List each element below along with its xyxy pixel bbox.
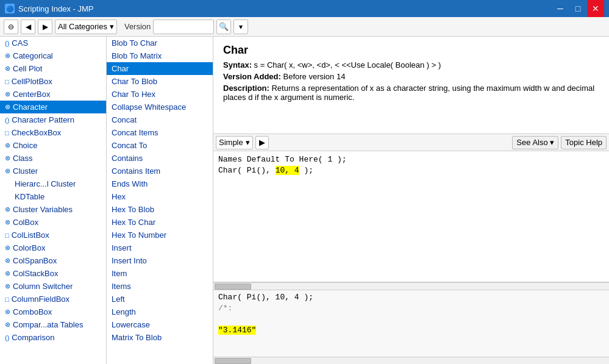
middle-item-concat[interactable]: Concat: [107, 113, 213, 126]
minimize-button[interactable]: ─: [552, 0, 569, 17]
settings-button[interactable]: ▾: [233, 20, 248, 34]
output-hscroll-thumb[interactable]: [215, 358, 251, 364]
next-button[interactable]: ▶: [38, 20, 52, 34]
category-dropdown[interactable]: All Categories ▾: [55, 20, 117, 34]
left-item-kdtable[interactable]: KDTable: [0, 190, 106, 203]
main-content: ()CAS⊗Categorical⊗Cell Plot□CellPlotBox⊗…: [0, 37, 609, 364]
middle-item-items[interactable]: Items: [107, 280, 213, 293]
left-item-icon-character: ⊗: [5, 103, 10, 111]
middle-item-hex-to-char[interactable]: Hex To Char: [107, 216, 213, 229]
middle-item-char[interactable]: Char: [107, 62, 213, 75]
middle-item-hex-to-number[interactable]: Hex To Number: [107, 229, 213, 241]
left-item-colspan-box[interactable]: ⊗ColSpanBox: [0, 254, 106, 267]
left-item-cluster[interactable]: ⊗Cluster: [0, 165, 106, 177]
left-item-comparison[interactable]: ()Comparison: [0, 331, 106, 344]
left-item-label-centerbox: CenterBox: [13, 90, 50, 99]
middle-item-insert-into[interactable]: Insert Into: [107, 254, 213, 267]
mode-label: Simple: [219, 138, 243, 147]
topic-help-button[interactable]: Topic Help: [561, 136, 607, 149]
middle-item-hex-to-blob[interactable]: Hex To Blob: [107, 203, 213, 216]
code-editor-hscroll[interactable]: [213, 282, 609, 290]
left-item-icon-colspan-box: ⊗: [5, 257, 10, 265]
close-button[interactable]: ✕: [587, 0, 604, 17]
left-item-combobox[interactable]: ⊗ComboBox: [0, 305, 106, 318]
version-value: Before version 14: [283, 72, 346, 81]
left-item-centerbox[interactable]: ⊗CenterBox: [0, 88, 106, 101]
output-area[interactable]: Char( Pi(), 10, 4 ); /*: "3.1416": [213, 290, 609, 357]
middle-item-concat-items[interactable]: Concat Items: [107, 126, 213, 139]
left-item-character-pattern[interactable]: ()Character Pattern: [0, 113, 106, 126]
left-item-icon-colstackbox: ⊗: [5, 269, 10, 277]
output-hscroll[interactable]: [213, 357, 609, 364]
left-item-compar-tables[interactable]: ⊗Compar...ata Tables: [0, 318, 106, 331]
left-item-label-comparison: Comparison: [12, 333, 54, 342]
middle-item-left[interactable]: Left: [107, 293, 213, 305]
filter-label: Version: [124, 22, 151, 31]
output-line-3: [218, 315, 604, 326]
left-item-collistbox[interactable]: □ColListBox: [0, 229, 106, 241]
doc-area: Char Syntax: s = Char( x, <w>, <d>, < <<…: [213, 37, 609, 134]
left-item-icon-columnfieldbox: □: [5, 296, 9, 303]
left-item-class[interactable]: ⊗Class: [0, 152, 106, 165]
back-button[interactable]: ⊖: [4, 20, 18, 34]
left-item-colbox[interactable]: ⊗ColBox: [0, 216, 106, 229]
middle-item-concat-to[interactable]: Concat To: [107, 139, 213, 152]
see-also-button[interactable]: See Also ▾: [512, 136, 558, 149]
left-item-choice[interactable]: ⊗Choice: [0, 139, 106, 152]
middle-item-contains[interactable]: Contains: [107, 152, 213, 165]
left-item-label-class: Class: [13, 154, 33, 163]
doc-description: Description: Returns a representation of…: [223, 84, 599, 102]
doc-syntax: Syntax: s = Char( x, <w>, <d>, < <<Use L…: [223, 60, 599, 70]
run-button[interactable]: ▶: [255, 136, 269, 149]
middle-item-insert[interactable]: Insert: [107, 241, 213, 254]
doc-version: Version Added: Before version 14: [223, 72, 599, 81]
middle-item-blob-to-matrix[interactable]: Blob To Matrix: [107, 49, 213, 62]
hscroll-thumb[interactable]: [215, 284, 251, 290]
left-item-colstackbox[interactable]: ⊗ColStackBox: [0, 267, 106, 280]
left-item-label-character: Character: [13, 102, 48, 112]
maximize-button[interactable]: □: [569, 0, 586, 17]
mode-dropdown[interactable]: Simple ▾: [216, 136, 253, 149]
left-item-label-colbox: ColBox: [13, 218, 38, 227]
left-item-icon-comparison: (): [5, 334, 9, 341]
left-item-hierarc-cluster[interactable]: Hierarc...l Cluster: [0, 177, 106, 190]
left-item-cellplotbox[interactable]: □CellPlotBox: [0, 75, 106, 88]
left-item-label-cellplotbox: CellPlotBox: [12, 77, 52, 86]
middle-item-ends-with[interactable]: Ends With: [107, 177, 213, 190]
prev-button[interactable]: ◀: [21, 20, 35, 34]
middle-item-char-to-hex[interactable]: Char To Hex: [107, 88, 213, 101]
search-button[interactable]: 🔍: [216, 20, 231, 34]
left-item-icon-checkboxbox: □: [5, 129, 9, 137]
left-item-character[interactable]: ⊗Character: [0, 101, 106, 113]
middle-item-item[interactable]: Item: [107, 267, 213, 280]
middle-item-length[interactable]: Length: [107, 305, 213, 318]
left-item-icon-colbox: ⊗: [5, 218, 10, 226]
left-item-cas[interactable]: ()CAS: [0, 37, 106, 49]
middle-item-matrix-to-blob[interactable]: Matrix To Blob: [107, 331, 213, 344]
run-icon: ▶: [259, 138, 265, 147]
left-item-column-switcher[interactable]: ⊗Column Switcher: [0, 280, 106, 293]
left-item-label-compar-tables: Compar...ata Tables: [13, 320, 83, 329]
code-editor[interactable]: Names Default To Here( 1 ); Char( Pi(), …: [213, 151, 609, 282]
middle-panel: Blob To CharBlob To MatrixCharChar To Bl…: [107, 37, 213, 364]
left-item-cell-plot[interactable]: ⊗Cell Plot: [0, 62, 106, 75]
middle-item-blob-to-char[interactable]: Blob To Char: [107, 37, 213, 49]
version-label: Version Added:: [223, 72, 281, 81]
left-item-columnfieldbox[interactable]: □ColumnFieldBox: [0, 293, 106, 305]
left-item-cluster-variables[interactable]: ⊗Cluster Variables: [0, 203, 106, 216]
left-item-label-collistbox: ColListBox: [12, 230, 49, 240]
code-toolbar: Simple ▾ ▶ See Also ▾ Topic Help: [213, 134, 609, 151]
middle-item-lowercase[interactable]: Lowercase: [107, 318, 213, 331]
middle-item-char-to-blob[interactable]: Char To Blob: [107, 75, 213, 88]
left-item-colorbox[interactable]: ⊗ColorBox: [0, 241, 106, 254]
middle-item-collapse-whitespace[interactable]: Collapse Whitespace: [107, 101, 213, 113]
middle-item-contains-item[interactable]: Contains Item: [107, 165, 213, 177]
left-item-icon-choice: ⊗: [5, 141, 10, 149]
app-icon: 🔵: [5, 4, 15, 13]
see-also-label: See Also ▾: [516, 138, 554, 147]
left-item-checkboxbox[interactable]: □CheckBoxBox: [0, 126, 106, 139]
left-item-categorical[interactable]: ⊗Categorical: [0, 49, 106, 62]
filter-input[interactable]: [153, 20, 214, 34]
left-item-label-colstackbox: ColStackBox: [13, 269, 58, 278]
middle-item-hex[interactable]: Hex: [107, 190, 213, 203]
